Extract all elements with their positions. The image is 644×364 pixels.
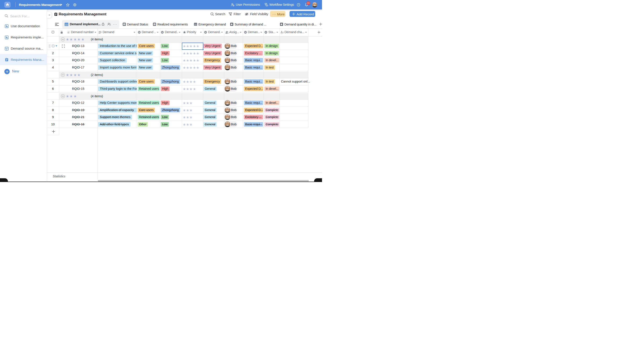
svg-text:2: 2 [69,32,70,34]
svg-text:1: 1 [69,31,70,32]
svg-text:?: ? [298,4,299,6]
